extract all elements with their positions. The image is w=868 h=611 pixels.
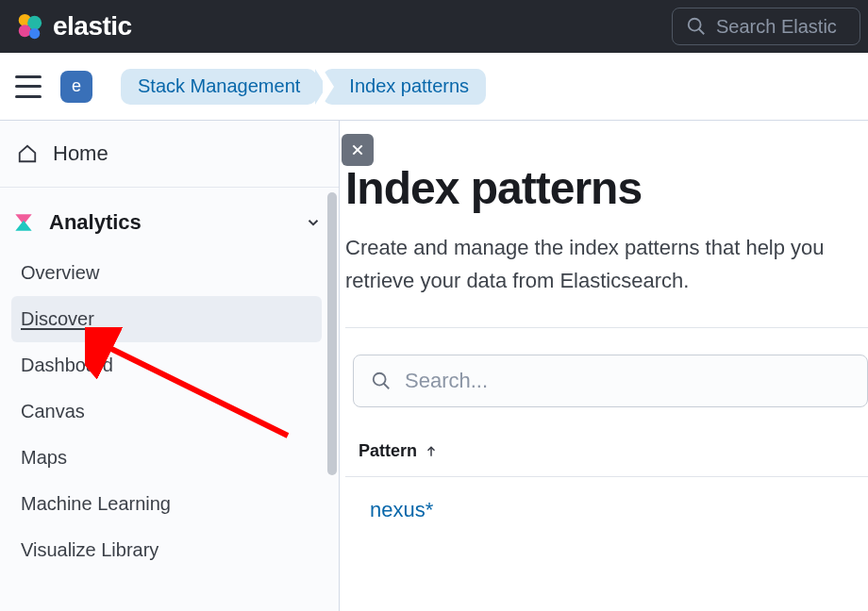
svg-point-4 — [689, 19, 701, 31]
search-icon — [686, 16, 707, 37]
main-panel: Index patterns Create and manage the ind… — [340, 121, 868, 611]
svg-point-2 — [19, 25, 31, 37]
nav-toggle-button[interactable] — [15, 75, 42, 98]
brand-logo[interactable]: elastic — [15, 11, 132, 41]
breadcrumb-stack-management[interactable]: Stack Management — [121, 69, 317, 105]
breadcrumb-bar: e Stack Management Index patterns — [0, 53, 868, 121]
svg-line-11 — [384, 384, 390, 389]
collapse-nav-button[interactable] — [342, 134, 374, 166]
home-icon — [17, 143, 38, 164]
top-header: elastic — [0, 0, 868, 53]
brand-name: elastic — [53, 11, 132, 41]
nav-item-dashboard[interactable]: Dashboard — [11, 342, 322, 388]
nav-item-maps[interactable]: Maps — [11, 435, 322, 481]
close-icon — [350, 142, 365, 157]
svg-line-5 — [699, 29, 705, 35]
sort-asc-icon — [425, 445, 438, 458]
nav-item-discover[interactable]: Discover — [11, 296, 322, 342]
pattern-search-input[interactable] — [405, 369, 850, 393]
search-icon — [371, 371, 392, 391]
nav-item-overview[interactable]: Overview — [11, 250, 322, 296]
nav-home-label: Home — [53, 141, 108, 166]
breadcrumb: Stack Management Index patterns — [121, 69, 486, 105]
analytics-icon — [11, 210, 36, 235]
nav-section-analytics[interactable]: Analytics — [0, 188, 339, 250]
nav-list-analytics: Overview Discover Dashboard Canvas Maps … — [0, 250, 339, 573]
space-letter: e — [72, 76, 81, 96]
nav-item-visualize-library[interactable]: Visualize Library — [11, 527, 322, 573]
space-selector[interactable]: e — [60, 71, 92, 103]
nav-item-machine-learning[interactable]: Machine Learning — [11, 481, 322, 527]
svg-point-10 — [374, 373, 386, 386]
side-nav: Home Analytics Overview Discover Dashboa… — [0, 121, 340, 611]
column-header-pattern[interactable]: Pattern — [345, 441, 868, 477]
nav-section-title: Analytics — [49, 210, 142, 235]
divider — [345, 327, 868, 328]
nav-item-canvas[interactable]: Canvas — [11, 388, 322, 435]
pattern-search[interactable] — [353, 355, 868, 407]
page-title: Index patterns — [345, 162, 868, 214]
breadcrumb-index-patterns[interactable]: Index patterns — [323, 69, 486, 105]
svg-point-3 — [29, 28, 40, 39]
svg-marker-7 — [15, 221, 31, 231]
pattern-row-link[interactable]: nexus* — [343, 477, 433, 522]
chevron-down-icon — [305, 214, 322, 231]
global-search[interactable] — [672, 8, 860, 45]
page-description: Create and manage the index patterns tha… — [345, 231, 868, 297]
elastic-logo-icon — [15, 12, 43, 41]
nav-home[interactable]: Home — [0, 121, 339, 188]
global-search-input[interactable] — [716, 16, 839, 38]
